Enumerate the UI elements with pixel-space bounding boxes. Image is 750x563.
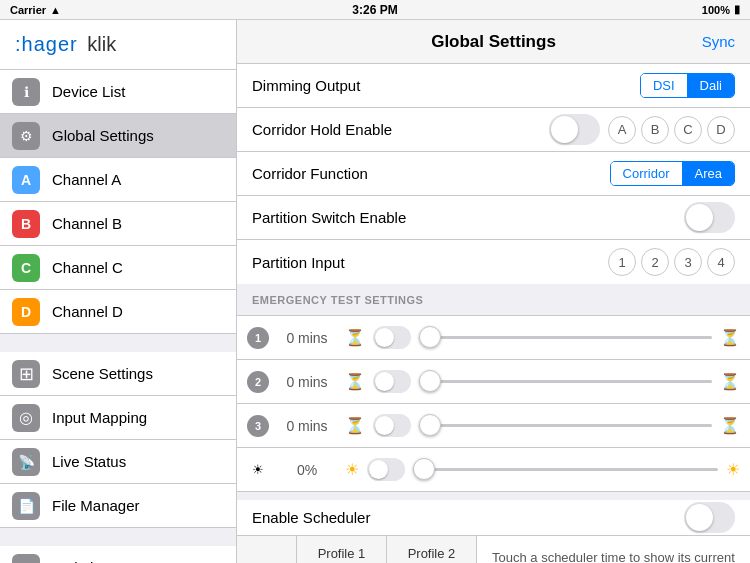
- partition-3[interactable]: 3: [674, 248, 702, 276]
- partition-switch-row: Partition Switch Enable: [237, 196, 750, 240]
- status-time: 3:26 PM: [352, 3, 397, 17]
- sidebar-item-label: Live Status: [52, 453, 126, 470]
- channel-c-icon: C: [12, 254, 40, 282]
- sidebar-item-channel-d[interactable]: D Channel D: [0, 290, 236, 334]
- sidebar-item-label: Channel D: [52, 303, 123, 320]
- sidebar-item-label: Channel A: [52, 171, 121, 188]
- sidebar-item-file-manager[interactable]: 📄 File Manager: [0, 484, 236, 528]
- schedule-table-header: Profile 1 Profile 2: [237, 536, 476, 563]
- partition-input-options: 1 2 3 4: [608, 248, 735, 276]
- sidebar-item-input-mapping[interactable]: ◎ Input Mapping: [0, 396, 236, 440]
- sidebar-item-live-status[interactable]: 📡 Live Status: [0, 440, 236, 484]
- slider-thumb-1: [419, 326, 441, 348]
- emergency-toggle-3[interactable]: [373, 414, 411, 437]
- app-logo: :hager klik: [0, 20, 236, 70]
- corridor-hold-b[interactable]: B: [641, 116, 669, 144]
- live-icon: 📡: [12, 448, 40, 476]
- input-icon: ◎: [12, 404, 40, 432]
- slider-thumb-2: [419, 370, 441, 392]
- emergency-toggle-2[interactable]: [373, 370, 411, 393]
- dsi-option[interactable]: DSI: [641, 74, 688, 97]
- sidebar-item-channel-c[interactable]: C Channel C: [0, 246, 236, 290]
- dimming-output-label: Dimming Output: [252, 77, 640, 94]
- carrier-label: Carrier: [10, 4, 46, 16]
- sidebar-item-scene-settings[interactable]: ⊞ Scene Settings: [0, 352, 236, 396]
- dimming-output-row: Dimming Output DSI Dali: [237, 64, 750, 108]
- corridor-option[interactable]: Corridor: [611, 162, 683, 185]
- sidebar-items: ℹ Device List ⚙ Global Settings A Channe…: [0, 70, 236, 563]
- content-body: Dimming Output DSI Dali Corridor Hold En…: [237, 64, 750, 563]
- sidebar: :hager klik ℹ Device List ⚙ Global Setti…: [0, 20, 237, 563]
- sidebar-item-label: Input Mapping: [52, 409, 147, 426]
- corridor-hold-d[interactable]: D: [707, 116, 735, 144]
- emergency-section-header: EMERGENCY TEST SETTINGS: [237, 284, 750, 316]
- scene-icon: ⊞: [12, 360, 40, 388]
- corridor-hold-c[interactable]: C: [674, 116, 702, 144]
- sun-left-bright-icon: ☀: [345, 460, 359, 479]
- emergency-num-3: 3: [247, 415, 269, 437]
- emergency-num-2: 2: [247, 371, 269, 393]
- scheduler-header: Enable Scheduler: [237, 492, 750, 536]
- emergency-slider-2[interactable]: [419, 380, 712, 383]
- wifi-icon: ▲: [50, 4, 61, 16]
- corridor-function-control[interactable]: Corridor Area: [610, 161, 735, 186]
- sync-button[interactable]: Sync: [702, 33, 735, 50]
- sidebar-item-channel-b[interactable]: B Channel B: [0, 202, 236, 246]
- corridor-function-row: Corridor Function Corridor Area: [237, 152, 750, 196]
- emergency-row-3: 3 0 mins ⏳ ⏳: [237, 404, 750, 448]
- status-right: 100% ▮: [702, 3, 740, 16]
- slider-thumb-3: [419, 414, 441, 436]
- area-option[interactable]: Area: [683, 162, 734, 185]
- hourglass-left-icon-2: ⏳: [345, 372, 365, 391]
- sidebar-item-global-settings[interactable]: ⚙ Global Settings: [0, 114, 236, 158]
- partition-1[interactable]: 1: [608, 248, 636, 276]
- hourglass-left-icon-1: ⏳: [345, 328, 365, 347]
- emergency-slider-3[interactable]: [419, 424, 712, 427]
- corridor-function-label: Corridor Function: [252, 165, 610, 182]
- sidebar-item-channel-a[interactable]: A Channel A: [0, 158, 236, 202]
- schedule-table: Profile 1 Profile 2 Mon 00:00 00:00 Tue …: [237, 536, 477, 563]
- sun-right-icon: ☀: [726, 460, 740, 479]
- sidebar-item-website[interactable]: www Website: [0, 546, 236, 563]
- corridor-hold-row: Corridor Hold Enable A B C D: [237, 108, 750, 152]
- emergency-slider-sun[interactable]: [413, 468, 718, 471]
- scheduler-toggle[interactable]: [684, 502, 735, 533]
- sidebar-item-device-list[interactable]: ℹ Device List: [0, 70, 236, 114]
- partition-2[interactable]: 2: [641, 248, 669, 276]
- emergency-row-2: 2 0 mins ⏳ ⏳: [237, 360, 750, 404]
- scheduler-label: Enable Scheduler: [252, 509, 684, 526]
- col-profile1-header: Profile 1: [297, 536, 387, 563]
- sidebar-item-label: Global Settings: [52, 127, 154, 144]
- sidebar-divider: [0, 334, 236, 352]
- partition-4[interactable]: 4: [707, 248, 735, 276]
- logo-klik: klik: [82, 33, 116, 56]
- hourglass-right-icon-1: ⏳: [720, 328, 740, 347]
- channel-d-icon: D: [12, 298, 40, 326]
- emergency-toggle-sun[interactable]: [367, 458, 405, 481]
- corridor-hold-toggle[interactable]: [549, 114, 600, 145]
- corridor-hold-a[interactable]: A: [608, 116, 636, 144]
- sidebar-item-label: File Manager: [52, 497, 140, 514]
- status-bar: Carrier ▲ 3:26 PM 100% ▮: [0, 0, 750, 20]
- slider-thumb-sun: [413, 458, 435, 480]
- sidebar-item-label: Channel C: [52, 259, 123, 276]
- emergency-time-sun: 0%: [277, 462, 337, 478]
- sidebar-item-label: Channel B: [52, 215, 122, 232]
- channel-a-icon: A: [12, 166, 40, 194]
- emergency-toggle-1[interactable]: [373, 326, 411, 349]
- content-area: Global Settings Sync Dimming Output DSI …: [237, 20, 750, 563]
- dimming-output-control[interactable]: DSI Dali: [640, 73, 735, 98]
- battery-label: 100%: [702, 4, 730, 16]
- partition-switch-label: Partition Switch Enable: [252, 209, 684, 226]
- corridor-hold-options: A B C D: [608, 116, 735, 144]
- partition-switch-toggle[interactable]: [684, 202, 735, 233]
- sidebar-divider: [0, 528, 236, 546]
- content-header: Global Settings Sync: [237, 20, 750, 64]
- emergency-time-1: 0 mins: [277, 330, 337, 346]
- battery-icon: ▮: [734, 3, 740, 16]
- hourglass-left-icon-3: ⏳: [345, 416, 365, 435]
- emergency-num-1: 1: [247, 327, 269, 349]
- emergency-slider-1[interactable]: [419, 336, 712, 339]
- dali-option[interactable]: Dali: [688, 74, 734, 97]
- emergency-row-1: 1 0 mins ⏳ ⏳: [237, 316, 750, 360]
